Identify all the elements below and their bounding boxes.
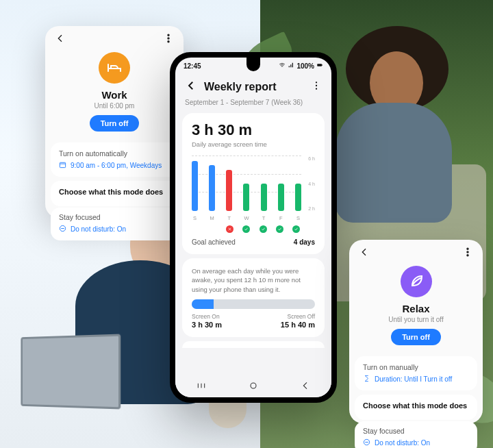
dnd-text: Do not disturb: On	[71, 225, 126, 233]
mode-actions-section: Choose what this mode does	[355, 395, 477, 420]
goal-status-dot	[193, 225, 201, 233]
svg-point-12	[467, 251, 468, 253]
chart-bar	[278, 184, 284, 211]
battery-text: 100%	[296, 62, 314, 70]
svg-point-7	[316, 82, 317, 83]
back-icon[interactable]	[55, 33, 66, 47]
svg-point-9	[316, 88, 317, 90]
avg-description: On average each day while you were awake…	[192, 266, 315, 294]
chart-bar	[261, 184, 267, 211]
chart-bar	[226, 170, 232, 211]
svg-rect-3	[60, 162, 65, 167]
goal-status-dot	[260, 225, 267, 233]
section-label: Turn on manually	[363, 363, 469, 371]
status-time: 12:45	[184, 62, 201, 70]
goal-status-dot	[226, 225, 233, 233]
nav-back-icon[interactable]	[300, 380, 311, 394]
screen-ratio-bar	[192, 299, 315, 309]
phone-frame: 12:45 100% Weekly report September 1 - S…	[170, 52, 337, 403]
section-label: Stay focused	[363, 427, 469, 435]
total-value: 3 h 30 m	[192, 121, 315, 139]
back-icon[interactable]	[185, 79, 197, 95]
total-caption: Daily average screen time	[192, 140, 315, 148]
goal-status-dot	[276, 225, 283, 233]
manual-duration-section[interactable]: Turn on manually Duration: Until I Turn …	[355, 356, 477, 390]
auto-schedule-section[interactable]: Turn on automatically 9:00 am - 6:00 pm,…	[51, 142, 178, 177]
stay-focused-section[interactable]: Stay focused Do not disturb: On	[51, 208, 178, 240]
android-nav-bar	[175, 377, 331, 397]
section-label: Turn on automatically	[59, 149, 170, 158]
bed-icon	[99, 52, 130, 84]
signal-icon	[288, 62, 294, 70]
calendar-icon	[59, 161, 66, 170]
screen-off-value: 15 h 40 m	[281, 321, 315, 329]
phone-screen: 12:45 100% Weekly report September 1 - S…	[175, 58, 331, 397]
svg-point-0	[168, 34, 169, 36]
section-heading: Choose what this mode does	[59, 188, 170, 196]
chart-bar	[192, 161, 198, 211]
svg-point-8	[316, 85, 317, 86]
chart-bar	[243, 184, 249, 211]
leaf-icon	[401, 266, 432, 297]
duration-text: Duration: Until I Turn it off	[375, 375, 452, 383]
svg-point-13	[467, 255, 468, 256]
section-heading: Choose what this mode does	[363, 401, 469, 410]
svg-point-2	[168, 41, 169, 42]
wifi-icon	[279, 62, 286, 70]
screen-time-chart: 6 h4 h2 h SMTWTFS	[192, 156, 315, 221]
turn-off-button[interactable]: Turn off	[90, 115, 140, 132]
mode-actions-section: Choose what this mode does	[51, 181, 178, 206]
goal-status-dot	[242, 225, 250, 233]
next-card-peek	[182, 341, 325, 348]
schedule-text: 9:00 am - 6:00 pm, Weekdays	[71, 162, 162, 169]
screen-on-label: Screen On	[192, 313, 220, 320]
svg-rect-5	[317, 64, 322, 66]
chart-bar	[209, 165, 215, 211]
screen-off-label: Screen Off	[288, 313, 315, 320]
mode-title: Relax	[359, 303, 473, 314]
goal-label: Goal achieved	[192, 238, 236, 246]
battery-icon	[316, 62, 323, 70]
more-icon[interactable]	[163, 33, 174, 47]
goal-status-dot	[292, 225, 300, 233]
back-icon[interactable]	[359, 247, 370, 260]
mode-card-work: Work Until 6:00 pm Turn off Turn on auto…	[45, 26, 184, 218]
turn-off-button[interactable]: Turn off	[391, 329, 441, 345]
screen-time-card[interactable]: 3 h 30 m Daily average screen time 6 h4 …	[182, 113, 325, 254]
hourglass-icon	[363, 375, 370, 384]
goal-value: 4 days	[294, 238, 315, 246]
svg-point-11	[467, 248, 468, 249]
photo-laptop	[17, 336, 147, 432]
dnd-text: Do not disturb: On	[375, 439, 430, 447]
more-icon[interactable]	[462, 247, 473, 260]
nav-recent-icon[interactable]	[196, 380, 207, 394]
phone-notch	[246, 58, 260, 71]
dnd-icon	[363, 438, 370, 447]
date-range: September 1 - September 7 (Week 36)	[175, 97, 331, 109]
chart-bar	[295, 184, 301, 211]
more-icon[interactable]	[311, 80, 322, 94]
mode-subtitle: Until you turn it off	[359, 316, 473, 323]
svg-point-1	[168, 38, 169, 39]
mode-card-relax: Relax Until you turn it off Turn off Tur…	[349, 240, 483, 423]
mode-subtitle: Until 6:00 pm	[55, 102, 174, 110]
goal-status-dot	[210, 225, 217, 233]
screen-on-value: 3 h 30 m	[192, 321, 222, 329]
svg-rect-6	[322, 64, 323, 66]
mode-title: Work	[55, 89, 174, 101]
dnd-icon	[59, 225, 66, 234]
stay-focused-section[interactable]: Stay focused Do not disturb: On	[355, 421, 477, 448]
screen-balance-card[interactable]: On average each day while you were awake…	[182, 258, 325, 337]
page-title: Weekly report	[204, 81, 304, 93]
section-label: Stay focused	[59, 213, 170, 221]
marketing-composite: Work Until 6:00 pm Turn off Turn on auto…	[0, 0, 493, 448]
nav-home-icon[interactable]	[248, 380, 259, 394]
svg-point-10	[251, 383, 256, 388]
